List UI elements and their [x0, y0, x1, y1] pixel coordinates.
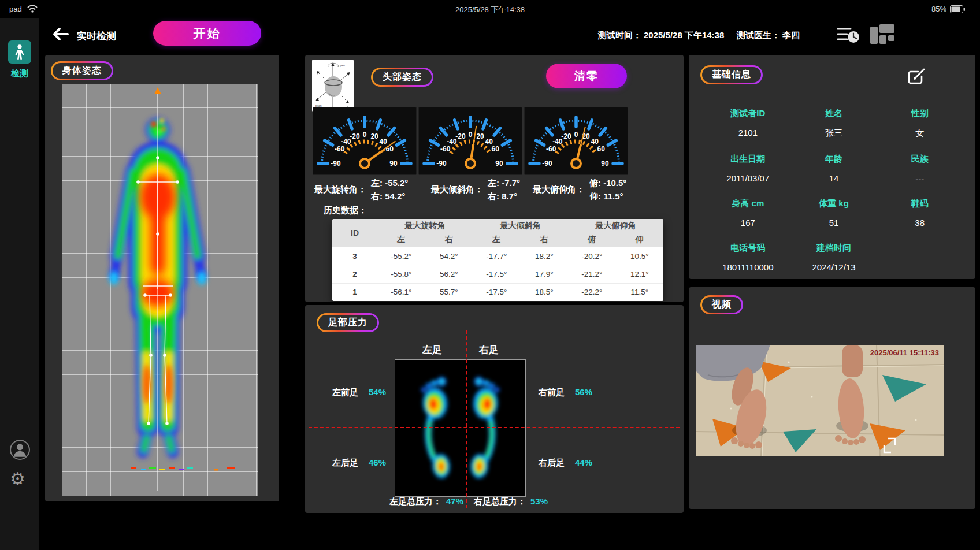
video-pill: 视频	[700, 295, 743, 314]
svg-text:-20: -20	[455, 132, 466, 140]
svg-text:yaw: yaw	[340, 64, 345, 67]
info-field: 姓名张三	[791, 108, 877, 139]
battery-icon	[950, 5, 965, 13]
pitch-values: 最大俯仰角： 俯: -10.5° 仰: 11.5°	[533, 176, 626, 203]
reset-button[interactable]: 清零	[546, 64, 627, 88]
info-field: 建档时间2024/12/13	[791, 243, 877, 272]
test-time-label: 测试时间：	[598, 30, 641, 41]
right-total-pressure: 右足总压力：53%	[474, 496, 548, 507]
svg-text:0: 0	[363, 131, 367, 139]
foot-pressure-panel: 足部压力 左足 右足 左前足	[305, 305, 684, 513]
svg-text:40: 40	[379, 138, 387, 146]
svg-text:60: 60	[386, 145, 394, 153]
video-timestamp: 2025/06/11 15:11:33	[870, 348, 939, 357]
info-field: 民族---	[877, 154, 963, 183]
doctor: 测试医生： 李四	[737, 30, 800, 41]
test-time-value: 2025/5/28 下午14:38	[644, 30, 724, 41]
basic-info-pill: 基础信息	[700, 65, 763, 84]
info-field: 年龄14	[791, 154, 877, 183]
info-field: 身高 cm167	[705, 198, 791, 228]
page-title: 实时检测	[77, 29, 116, 43]
info-field: 鞋码38	[877, 198, 963, 228]
body-posture-panel: 身体姿态	[45, 55, 279, 501]
svg-text:-90: -90	[542, 159, 552, 168]
pitch-label: 最大俯仰角：	[533, 184, 585, 195]
tilt-values: 最大倾斜角： 左: -7.7° 右: 8.7°	[431, 176, 520, 203]
wifi-icon	[27, 3, 38, 13]
info-grid: 测试者ID2101姓名张三性别女出生日期2011/03/07年龄14民族---身…	[705, 108, 963, 272]
sidebar-item-detect[interactable]	[8, 40, 31, 64]
svg-text:40: 40	[485, 138, 493, 146]
svg-text:60: 60	[597, 145, 606, 153]
svg-text:-20: -20	[561, 132, 571, 140]
svg-text:90: 90	[389, 159, 398, 168]
gauge-tilt: -90-60-40-20020406090	[418, 107, 522, 175]
left-total-pressure: 左足总压力：47%	[389, 496, 463, 507]
right-rearfoot-label: 右后足	[539, 458, 565, 469]
info-field: 性别女	[877, 108, 963, 139]
head-axes-image: yaw pitch roll	[312, 60, 354, 112]
foot-heatmap	[395, 359, 526, 497]
left-foot-header: 左足	[422, 343, 442, 356]
body-thermal-image	[62, 84, 258, 496]
info-field: 出生日期2011/03/07	[705, 154, 791, 183]
svg-text:-20: -20	[350, 132, 360, 140]
svg-text:90: 90	[495, 159, 503, 168]
sidebar: 检测 ⚙	[0, 18, 39, 550]
crosshair-vertical	[466, 330, 467, 508]
info-field: 电话号码18011110000	[705, 243, 791, 272]
edit-icon[interactable]	[907, 66, 927, 86]
doctor-value: 李四	[782, 30, 800, 41]
history-record-icon[interactable]	[837, 25, 860, 44]
head-posture-panel: yaw pitch roll 头部姿态 清零 -90-60-40-2002040…	[305, 55, 684, 302]
settings-gear-icon[interactable]: ⚙	[10, 469, 25, 489]
layout-grid-icon[interactable]	[870, 24, 894, 44]
device-label: pad	[9, 5, 22, 13]
svg-text:0: 0	[469, 131, 473, 139]
right-forefoot-value: 56%	[575, 387, 592, 397]
info-field: 测试者ID2101	[705, 108, 791, 139]
crosshair-horizontal	[309, 427, 680, 428]
svg-text:0: 0	[574, 131, 578, 139]
statusbar-datetime: 2025/5/28 下午14:38	[455, 5, 525, 15]
svg-text:-90: -90	[436, 159, 447, 168]
svg-text:20: 20	[370, 132, 378, 140]
test-time: 测试时间： 2025/5/28 下午14:38	[598, 30, 724, 41]
back-button[interactable]	[51, 26, 69, 42]
foot-pressure-pill: 足部压力	[317, 313, 379, 332]
profile-icon[interactable]	[9, 439, 31, 460]
body-posture-pill: 身体姿态	[51, 61, 113, 80]
svg-text:90: 90	[601, 159, 609, 168]
rotation-values: 最大旋转角： 左: -55.2° 右: 54.2°	[314, 176, 408, 203]
start-button[interactable]: 开始	[153, 21, 261, 46]
svg-text:-60: -60	[335, 145, 345, 153]
person-icon	[13, 44, 26, 60]
battery-percent: 85%	[931, 5, 946, 13]
gauge-rotation: -90-60-40-20020406090	[313, 107, 417, 175]
left-forefoot-value: 54%	[369, 387, 386, 397]
svg-text:40: 40	[591, 138, 599, 146]
info-field: 体重 kg51	[791, 198, 877, 228]
left-forefoot-label: 左前足	[332, 387, 358, 398]
basic-info-panel: 基础信息 测试者ID2101姓名张三性别女出生日期2011/03/07年龄14民…	[689, 55, 975, 279]
right-rearfoot-value: 44%	[575, 458, 592, 467]
history-table: ID最大旋转角最大倾斜角最大俯仰角左右左右俯仰3-55.2°54.2°-17.7…	[332, 219, 663, 301]
status-bar: pad 2025/5/28 下午14:38 85%	[0, 0, 980, 18]
svg-text:60: 60	[492, 145, 500, 153]
svg-text:-90: -90	[331, 159, 341, 168]
video-panel: 视频	[689, 287, 975, 509]
gauge-pitch: -90-60-40-20020406090	[524, 107, 628, 175]
left-rearfoot-label: 左后足	[332, 458, 358, 469]
doctor-label: 测试医生：	[737, 30, 780, 41]
right-foot-header: 右足	[479, 343, 499, 356]
rotation-label: 最大旋转角：	[314, 184, 366, 195]
left-rearfoot-value: 46%	[369, 458, 386, 467]
svg-text:20: 20	[476, 132, 484, 140]
video-frame[interactable]: 2025/06/11 15:11:33	[696, 345, 944, 456]
head-posture-pill: 头部姿态	[371, 68, 433, 87]
svg-text:-60: -60	[546, 145, 556, 153]
svg-text:-60: -60	[440, 145, 451, 153]
right-forefoot-label: 右前足	[539, 387, 565, 398]
history-label: 历史数据：	[324, 205, 367, 216]
sidebar-detect-label: 检测	[0, 68, 39, 79]
